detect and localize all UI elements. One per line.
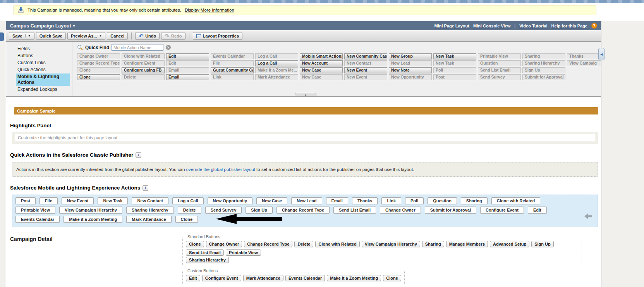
mobile-action-view-campaign-hierarchy[interactable]: View Campaign Hierarchy xyxy=(59,207,122,214)
mobile-action-change-record-type[interactable]: Change Record Type xyxy=(276,207,330,214)
custom-button-mark-attendance[interactable]: Mark Attendance xyxy=(243,275,283,281)
standard-button-clone[interactable]: Clone xyxy=(186,241,204,247)
mobile-action-send-survey[interactable]: Send Survey xyxy=(205,207,242,214)
mobile-action-new-lead[interactable]: New Lead xyxy=(291,197,322,204)
mobile-action-delete[interactable]: Delete xyxy=(178,207,201,214)
palette-item-send-survey[interactable]: Send Survey xyxy=(478,74,521,80)
standard-button-view-campaign-hierarchy[interactable]: View Campaign Hierarchy xyxy=(362,241,420,247)
palette-item-view-campaig[interactable]: View Campaig xyxy=(567,60,601,66)
palette-item-log-a-call[interactable]: Log a Call xyxy=(255,60,298,66)
custom-button-make-it-a-zoom-meeting[interactable]: Make it a Zoom Meeting xyxy=(327,275,381,281)
palette-item-events-calendar[interactable]: Events Calendar xyxy=(211,53,254,59)
standard-button-manage-members[interactable]: Manage Members xyxy=(446,241,488,247)
mobile-action-clone[interactable]: Clone xyxy=(175,216,198,223)
link-video-tutorial[interactable]: Video Tutorial xyxy=(519,24,547,28)
mobile-action-send-list-email[interactable]: Send List Email xyxy=(333,207,376,214)
mobile-action-edit[interactable]: Edit xyxy=(528,207,547,214)
layout-title-menu[interactable]: Campus Campaign Layout ▾ xyxy=(10,23,75,29)
palette-item-new-contact[interactable]: New Contact xyxy=(344,60,387,66)
palette-item-change-record-type[interactable]: Change Record Type xyxy=(77,60,120,66)
mobile-action-make-it-a-zoom-meeting[interactable]: Make it a Zoom Meeting xyxy=(64,216,122,223)
clear-search-icon[interactable]: ✕ xyxy=(166,45,171,50)
palette-item-question[interactable]: Question xyxy=(478,60,521,66)
redo-button[interactable]: ↷ Redo xyxy=(161,32,185,40)
custom-button-events-calendar[interactable]: Events Calendar xyxy=(285,275,325,281)
mobile-action-file[interactable]: File xyxy=(39,197,58,204)
palette-item-send-list-email[interactable]: Send List Email xyxy=(478,67,521,73)
palette-item-new-case[interactable]: New Case xyxy=(300,67,343,73)
palette-item-file[interactable]: File xyxy=(211,60,254,66)
link-mini-console-view[interactable]: Mini Console View xyxy=(473,24,510,28)
palette-item-log-a-call[interactable]: Log a Call xyxy=(255,53,298,59)
standard-button-advanced-setup[interactable]: Advanced Setup xyxy=(490,241,529,247)
link-help-for-this-page[interactable]: Help for this Page xyxy=(551,24,587,28)
mobile-action-thanks[interactable]: Thanks xyxy=(352,197,378,204)
mobile-action-log-a-call[interactable]: Log a Call xyxy=(172,197,204,204)
palette-collapse-handle[interactable]: ▲ xyxy=(295,93,316,96)
standard-button-clone-with-related[interactable]: Clone with Related xyxy=(315,241,359,247)
mobile-action-events-calendar[interactable]: Events Calendar xyxy=(15,216,60,223)
mobile-action-clone-with-related[interactable]: Clone with Related xyxy=(491,197,540,204)
palette-item-new-lead[interactable]: New Lead xyxy=(389,60,432,66)
custom-button-clone[interactable]: Clone xyxy=(383,275,401,281)
highlights-panel-customize-box[interactable]: Customize the highlights panel for this … xyxy=(15,134,595,142)
palette-item-edit[interactable]: Edit xyxy=(166,53,209,59)
palette-item-link[interactable]: Link xyxy=(211,74,254,80)
palette-item-clone[interactable]: Clone xyxy=(77,74,120,80)
mobile-action-sharing-hierarchy[interactable]: Sharing Hierarchy xyxy=(126,207,174,214)
standard-button-change-record-type[interactable]: Change Record Type xyxy=(244,241,292,247)
palette-item-sharing-hierarchy[interactable]: Sharing Hierarchy xyxy=(522,60,565,66)
mobile-action-new-contact[interactable]: New Contact xyxy=(132,197,168,204)
palette-item-delete[interactable]: Delete xyxy=(122,74,165,80)
mobile-action-sign-up[interactable]: Sign Up xyxy=(246,207,273,214)
mobile-action-email[interactable]: Email xyxy=(326,197,348,204)
mobile-action-new-task[interactable]: New Task xyxy=(98,197,128,204)
standard-button-send-list-email[interactable]: Send List Email xyxy=(186,249,224,256)
palette-side-collapse-handle[interactable]: ◀ xyxy=(598,48,605,60)
palette-item-make-it-a-zoom-me[interactable]: Make it a Zoom Me... xyxy=(255,67,298,73)
custom-button-configure-event[interactable]: Configure Event xyxy=(202,275,241,281)
standard-button-delete[interactable]: Delete xyxy=(294,241,313,247)
palette-item-mark-attendance[interactable]: Mark Attendance xyxy=(255,74,298,80)
layout-properties-button[interactable]: Layout Properties xyxy=(193,32,243,40)
custom-button-edit[interactable]: Edit xyxy=(186,275,200,281)
preview-as-button[interactable]: Preview As... ▼ xyxy=(67,32,105,40)
palette-item-configure-using-fb[interactable]: Configure using FB xyxy=(122,67,165,73)
save-button[interactable]: Save ▼ xyxy=(9,32,34,40)
palette-item-clone-with-related[interactable]: Clone with Related xyxy=(122,53,165,59)
info-icon[interactable]: i xyxy=(143,185,148,191)
palette-item-post[interactable]: Post xyxy=(433,74,476,80)
mobile-action-configure-event[interactable]: Configure Event xyxy=(480,207,524,214)
palette-item-printable-view[interactable]: Printable View xyxy=(478,53,521,59)
palette-item-mobile-smart-actions[interactable]: Mobile Smart Actions xyxy=(300,53,343,59)
mobile-action-link[interactable]: Link xyxy=(381,197,401,204)
palette-item-submit-for-approval[interactable]: Submit for Approval xyxy=(522,74,565,80)
link-mini-page-layout[interactable]: Mini Page Layout xyxy=(434,24,469,28)
palette-item-sharing[interactable]: Sharing xyxy=(522,53,565,59)
standard-button-sign-up[interactable]: Sign Up xyxy=(531,241,554,247)
palette-item-new-group[interactable]: New Group xyxy=(389,53,432,59)
quick-save-button[interactable]: Quick Save xyxy=(36,32,66,40)
palette-item-new-event[interactable]: New Event xyxy=(344,74,387,80)
palette-item-new-account[interactable]: New Account xyxy=(300,60,343,66)
mobile-action-new-event[interactable]: New Event xyxy=(62,197,94,204)
palette-item-email[interactable]: Email xyxy=(166,67,209,73)
palette-item-thanks[interactable]: Thanks xyxy=(567,53,601,59)
undo-button[interactable]: ↶ Undo xyxy=(135,32,160,40)
palette-item-new-task[interactable]: New Task xyxy=(433,53,476,59)
palette-item-poll[interactable]: Poll xyxy=(433,67,476,73)
palette-category-buttons[interactable]: Buttons xyxy=(16,53,35,59)
mobile-action-question[interactable]: Question xyxy=(428,197,457,204)
palette-category-quick-actions[interactable]: Quick Actions xyxy=(16,67,47,73)
mobile-action-post[interactable]: Post xyxy=(15,197,36,204)
mobile-action-change-owner[interactable]: Change Owner xyxy=(380,207,421,214)
help-icon[interactable]: ? xyxy=(591,23,597,29)
palette-item-new-event[interactable]: New Event xyxy=(344,67,387,73)
palette-item-clone[interactable]: Clone xyxy=(77,67,120,73)
palette-item-email[interactable]: Email xyxy=(166,74,209,80)
override-global-publisher-link[interactable]: override the global publisher layout xyxy=(186,167,255,172)
mobile-action-printable-view[interactable]: Printable View xyxy=(15,207,55,214)
quick-find-input[interactable] xyxy=(112,44,163,51)
info-icon[interactable]: i xyxy=(136,152,141,158)
standard-button-printable-view[interactable]: Printable View xyxy=(226,249,261,256)
